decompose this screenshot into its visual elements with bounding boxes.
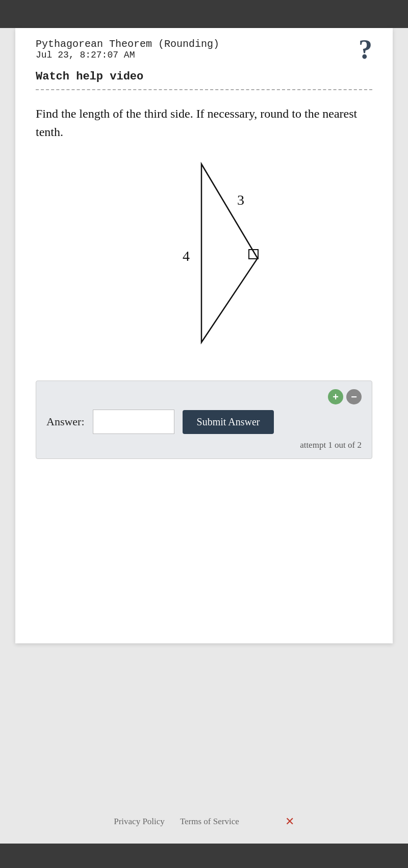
top-bar [0, 0, 408, 28]
bottom-bar [0, 844, 408, 868]
plus-minus-row: + − [46, 389, 362, 404]
close-button[interactable]: ✕ [285, 815, 294, 828]
attempt-text: attempt 1 out of 2 [46, 440, 362, 450]
help-icon[interactable]: ? [359, 36, 372, 63]
divider [36, 89, 372, 90]
terms-of-service-link[interactable]: Terms of Service [180, 817, 239, 827]
side-label-3: 3 [237, 192, 244, 208]
title-block: Pythagorean Theorem (Rounding) Jul 23, 8… [36, 38, 219, 60]
footer-links: Privacy Policy Terms of Service ✕ [0, 807, 408, 833]
main-content: Pythagorean Theorem (Rounding) Jul 23, 8… [15, 28, 393, 643]
privacy-policy-link[interactable]: Privacy Policy [114, 817, 165, 827]
header-row: Pythagorean Theorem (Rounding) Jul 23, 8… [36, 38, 372, 63]
problem-title: Pythagorean Theorem (Rounding) [36, 38, 219, 50]
watch-help-link[interactable]: Watch help video [36, 70, 372, 83]
answer-input[interactable] [93, 410, 174, 434]
triangle-diagram: 3 4 [122, 156, 286, 360]
triangle-container: 3 4 [36, 151, 372, 365]
question-text: Find the length of the third side. If ne… [36, 104, 372, 141]
side-label-4: 4 [183, 248, 190, 264]
timestamp: Jul 23, 8:27:07 AM [36, 50, 219, 60]
bottom-area: Privacy Policy Terms of Service ✕ [0, 643, 408, 844]
answer-label: Answer: [46, 415, 85, 428]
submit-answer-button[interactable]: Submit Answer [183, 410, 274, 434]
answer-row: Answer: Submit Answer [46, 410, 362, 434]
decrease-font-button[interactable]: − [346, 389, 362, 404]
answer-box: + − Answer: Submit Answer attempt 1 out … [36, 381, 372, 459]
increase-font-button[interactable]: + [328, 389, 343, 404]
